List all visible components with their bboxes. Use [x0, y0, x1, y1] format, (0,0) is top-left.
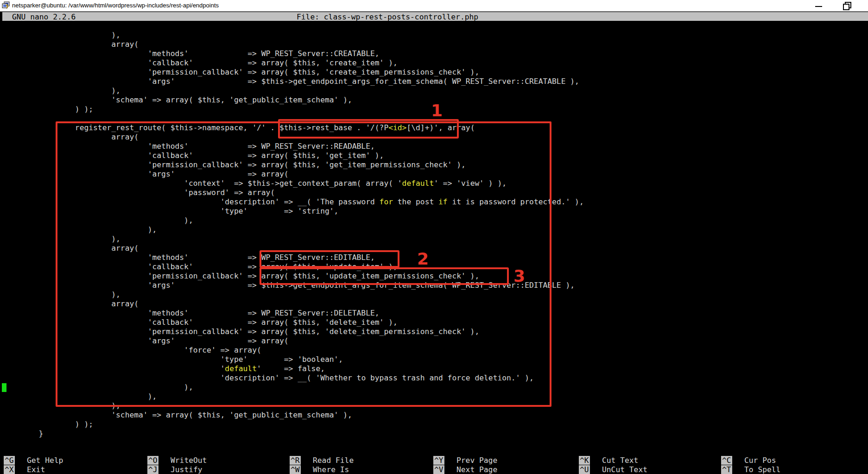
terminal-app-icon: [2, 1, 10, 9]
code-line: array(: [2, 40, 584, 49]
terminal-window: netsparker@ubuntu: /var/www/html/wordpre…: [0, 0, 868, 474]
shortcut-label: Next Page: [456, 465, 497, 474]
code-line: 'callback' => array( $this, 'create_item…: [2, 58, 584, 68]
shortcut-key: ^O: [147, 456, 158, 465]
shortcut-label: Cut Text: [602, 456, 638, 465]
code-line: 'methods' => WP_REST_Server::CREATABLE,: [2, 49, 584, 58]
minimize-icon: [815, 6, 822, 7]
shortcut-label: Exit: [27, 465, 45, 474]
code-line: 'schema' => array( $this, 'get_public_it…: [2, 95, 584, 105]
nano-version: GNU nano 2.2.6: [12, 13, 76, 21]
code-line: }: [2, 429, 584, 438]
annotation-label-1: 1: [431, 104, 443, 118]
shortcut-label: Cur Pos: [744, 456, 776, 465]
code-line: ) );: [2, 105, 584, 114]
shortcut-key: ^T: [721, 465, 732, 474]
code-line: 'schema' => array( $this, 'get_public_it…: [2, 411, 584, 420]
shortcut-key: ^C: [721, 456, 732, 465]
shortcut-key: ^Y: [433, 456, 444, 465]
shortcut-key: ^G: [4, 456, 15, 465]
shortcut-key: ^R: [290, 456, 301, 465]
text-cursor: [2, 383, 6, 392]
nano-file-name: File: class-wp-rest-posts-controller.php: [297, 13, 478, 21]
code-line: ),: [2, 86, 584, 95]
shortcut-label: Get Help: [27, 456, 63, 465]
annotation-box-1: [278, 119, 459, 139]
shortcut-key: ^V: [433, 465, 444, 474]
code-line: ) );: [2, 420, 584, 429]
code-line: ),: [2, 31, 584, 40]
shortcut-key: ^J: [147, 465, 158, 474]
nano-header-bar: GNU nano 2.2.6 File: class-wp-rest-posts…: [2, 12, 868, 21]
code-line: 'permission_callback' => array( $this, '…: [2, 68, 584, 77]
shortcut-key: ^W: [290, 465, 301, 474]
shortcut-label: To Spell: [744, 465, 780, 474]
shortcut-label: Where Is: [313, 465, 349, 474]
shortcut-label: Justify: [171, 465, 203, 474]
shortcut-row-1: ^GGet Help^OWriteOut^RRead File^YPrev Pa…: [0, 456, 868, 465]
shortcut-label: Prev Page: [456, 456, 497, 465]
shortcut-label: Read File: [313, 456, 354, 465]
window-title-bar: netsparker@ubuntu: /var/www/html/wordpre…: [0, 0, 868, 12]
window-title: netsparker@ubuntu: /var/www/html/wordpre…: [12, 2, 219, 9]
shortcut-key: ^U: [579, 465, 590, 474]
annotation-label-2: 2: [417, 252, 429, 266]
code-line: 'args' => $this->get_endpoint_args_for_i…: [2, 77, 584, 86]
shortcut-label: WriteOut: [171, 456, 207, 465]
restore-button[interactable]: [836, 0, 855, 11]
shortcut-key: ^K: [579, 456, 590, 465]
annotation-box-2: [260, 250, 399, 268]
shortcut-row-2: ^XExit^JJustify^WWhere Is^VNext Page^UUn…: [0, 465, 868, 474]
annotation-label-3: 3: [513, 269, 525, 283]
annotation-box-3: [260, 267, 509, 285]
shortcut-key: ^X: [4, 465, 15, 474]
shortcut-label: UnCut Text: [602, 465, 647, 474]
minimize-button[interactable]: [809, 0, 827, 11]
